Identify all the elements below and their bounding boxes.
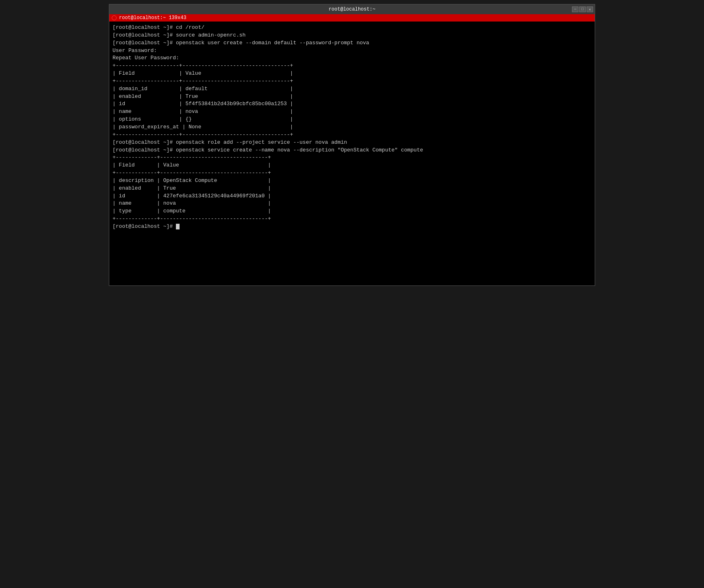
terminal-window: root@localhost:~ — □ ✕ root@localhost:~ … [109, 4, 595, 286]
terminal-line: | options | {} | [113, 116, 293, 122]
terminal-line: [root@localhost ~]# openstack user creat… [113, 40, 369, 46]
terminal-prompt: [root@localhost ~]# [113, 223, 176, 229]
terminal-line: | Field | Value | [113, 70, 293, 76]
terminal-line: | Field | Value | [113, 162, 271, 168]
terminal-line: +--------------------+------------------… [113, 63, 293, 69]
terminal-line: | id | 427efe6ca31345129c40a44969f201a0 … [113, 193, 271, 199]
terminal-line: | enabled | True | [113, 93, 293, 99]
terminal-line: +--------------------+------------------… [113, 78, 293, 84]
title-bar: root@localhost:~ — □ ✕ [109, 4, 595, 14]
tab-icon [112, 15, 117, 20]
cursor [176, 224, 180, 229]
window-controls: — □ ✕ [572, 6, 593, 12]
terminal-line: | name | nova | [113, 200, 271, 206]
tab-title: root@localhost:~ 139x43 [119, 15, 186, 21]
terminal-line: [root@localhost ~]# openstack role add -… [113, 139, 347, 145]
terminal-line: +-------------+-------------------------… [113, 170, 271, 176]
terminal-line: Repeat User Password: [113, 55, 179, 61]
minimize-button[interactable]: — [572, 6, 578, 12]
terminal-line: [root@localhost ~]# openstack service cr… [113, 147, 423, 153]
close-button[interactable]: ✕ [587, 6, 593, 12]
terminal-line: | type | compute | [113, 208, 271, 214]
terminal-line: | description | OpenStack Compute | [113, 177, 271, 184]
terminal-line: | domain_id | default | [113, 86, 293, 92]
tab-bar: root@localhost:~ 139x43 [109, 14, 595, 22]
terminal-line: [root@localhost ~]# source admin-openrc.… [113, 32, 246, 38]
terminal-line: | name | nova | [113, 108, 293, 115]
terminal-line: | password_expires_at | None | [113, 124, 293, 130]
maximize-button[interactable]: □ [579, 6, 586, 12]
terminal-line: [root@localhost ~]# cd /root/ [113, 24, 204, 30]
terminal-line: +-------------+-------------------------… [113, 154, 271, 160]
window-title: root@localhost:~ [329, 6, 375, 12]
terminal-line: +--------------------+------------------… [113, 132, 293, 138]
terminal-body[interactable]: [root@localhost ~]# cd /root/ [root@loca… [109, 22, 595, 285]
terminal-line: | id | 5f4f53841b2d43b99cbfc85bc00a1253 … [113, 101, 293, 107]
terminal-line: +-------------+-------------------------… [113, 216, 271, 222]
terminal-line: User Password: [113, 48, 157, 54]
terminal-line: | enabled | True | [113, 185, 271, 191]
